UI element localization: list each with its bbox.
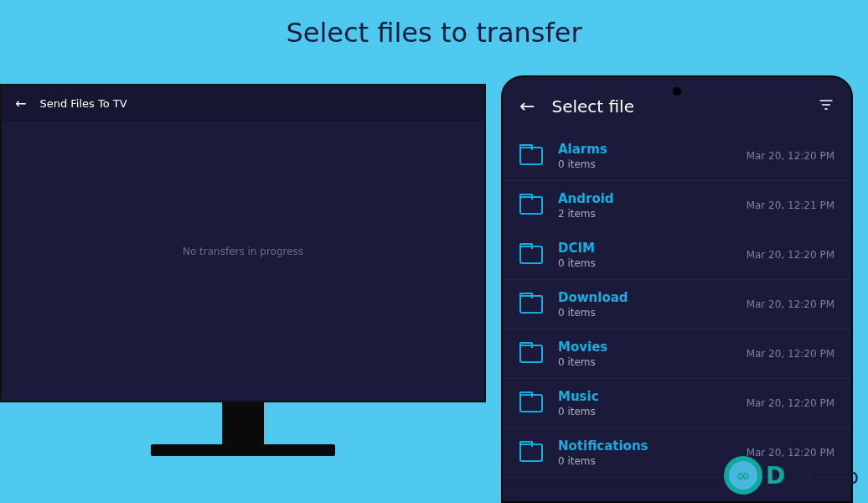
folder-name: Android [558,191,731,206]
folder-name: Alarms [558,142,731,157]
phone-screen-title: Select file [551,96,634,117]
folder-icon [519,345,543,363]
back-arrow-icon[interactable]: ← [519,96,535,117]
tv-header: ← Send Files To TV [2,86,484,122]
folder-icon [519,246,543,264]
watermark-logo-icon: ∞ [724,456,762,495]
tv-body: No transfers in progress [2,122,484,381]
folder-row[interactable]: Alarms0 itemsMar 20, 12:20 PM [503,132,851,181]
folder-row[interactable]: Download0 itemsMar 20, 12:20 PM [503,280,851,329]
tv-monitor: ← Send Files To TV No transfers in progr… [0,84,486,456]
tv-app-title: Send Files To TV [39,97,127,110]
tv-empty-message: No transfers in progress [183,246,303,257]
folder-meta: Android2 items [558,191,731,220]
folder-meta: Notifications0 items [558,438,731,467]
folder-item-count: 0 items [558,406,731,417]
folder-item-count: 0 items [558,455,731,467]
folder-name: Music [558,389,731,404]
folder-date: Mar 20, 12:20 PM [747,397,834,409]
folder-meta: DCIM0 items [558,241,731,269]
folder-row[interactable]: Android2 itemsMar 20, 12:21 PM [503,181,851,231]
folder-item-count: 2 items [558,208,731,220]
folder-name: Notifications [558,438,731,454]
watermark-text: DeskTop [766,462,860,490]
folder-row[interactable]: Movies0 itemsMar 20, 12:20 PM [503,329,851,379]
folder-meta: Download0 items [558,290,731,319]
watermark: ∞ DeskTop [724,456,860,495]
folder-icon [519,295,543,314]
file-list: Alarms0 itemsMar 20, 12:20 PMAndroid2 it… [503,132,851,478]
folder-name: Movies [558,340,731,355]
tv-stand-base [151,444,335,456]
folder-date: Mar 20, 12:20 PM [747,150,834,162]
phone-header: ← Select file [503,77,851,132]
folder-row[interactable]: Music0 itemsMar 20, 12:20 PM [503,379,851,428]
folder-item-count: 0 items [558,158,731,170]
folder-name: Download [558,290,731,305]
folder-meta: Music0 items [558,389,731,417]
folder-item-count: 0 items [558,307,731,319]
folder-icon [519,394,543,412]
folder-icon [519,196,543,215]
folder-name: DCIM [558,241,731,256]
back-arrow-icon[interactable]: ← [15,96,26,111]
folder-row[interactable]: DCIM0 itemsMar 20, 12:20 PM [503,231,851,280]
folder-icon [519,147,543,165]
phone-frame: ← Select file Alarms0 itemsMar 20, 12:20… [501,75,853,503]
folder-item-count: 0 items [558,356,731,368]
folder-item-count: 0 items [558,257,731,269]
filter-icon[interactable] [818,96,834,117]
page-headline: Select files to transfer [0,0,868,49]
tv-screen: ← Send Files To TV No transfers in progr… [0,84,486,402]
folder-date: Mar 20, 12:20 PM [747,348,834,360]
phone-camera-notch [673,87,681,96]
folder-meta: Alarms0 items [558,142,731,170]
folder-date: Mar 20, 12:21 PM [747,200,834,211]
tv-stand-neck [222,402,264,444]
folder-date: Mar 20, 12:20 PM [747,249,834,261]
folder-meta: Movies0 items [558,340,731,368]
folder-icon [519,443,543,462]
folder-date: Mar 20, 12:20 PM [747,298,834,310]
